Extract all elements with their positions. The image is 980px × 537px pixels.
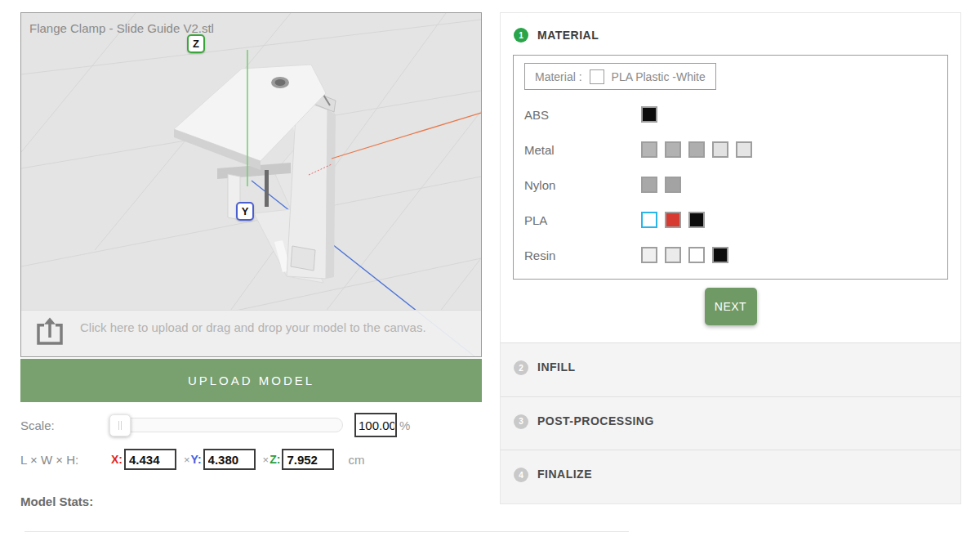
scale-row: Scale: % [20,413,482,437]
step-number-badge: 4 [514,468,528,482]
z-axis-badge[interactable]: Z [187,34,205,53]
selected-material-label: Material : [535,70,582,83]
y-axis-badge[interactable]: Y [236,202,254,221]
dim-y-prefix: × [184,454,190,466]
material-color-swatch[interactable] [712,247,728,263]
material-type-label: PLA [524,213,641,227]
material-type-label: Resin [524,248,641,262]
selected-material-box[interactable]: Material : PLA Plastic -White [524,63,716,90]
scale-percent-input[interactable] [354,413,397,437]
material-type-label: Nylon [524,178,641,192]
material-color-swatch[interactable] [665,212,681,228]
material-row: Resin [524,245,947,265]
step-label: FINALIZE [537,468,592,481]
scale-unit: % [399,418,410,432]
material-color-swatch[interactable] [665,247,681,263]
model-viewer-column: Flange Clamp - Slide Guide V2.stl Z Y Cl… [20,12,482,508]
bottom-divider [24,531,629,532]
step-number-badge: 3 [514,414,528,429]
dim-z-axis-label: Z: [270,453,280,466]
material-color-swatch[interactable] [688,212,705,228]
dimension-x-group: X: [110,449,176,470]
upload-hint-text: Click here to upload or drag and drop yo… [80,320,426,334]
upload-model-button[interactable]: UPLOAD MODEL [20,359,482,402]
material-color-swatch[interactable] [688,141,705,158]
step-label: POST-PROCESSING [537,414,654,427]
selected-material-swatch [590,69,604,84]
dimension-y-group: × Y: [184,449,256,470]
dimensions-unit: cm [348,453,364,467]
material-color-swatch[interactable] [641,177,657,193]
configuration-accordion: 1 MATERIAL Material : PLA Plastic -White… [500,12,961,504]
model-filename: Flange Clamp - Slide Guide V2.stl [29,21,214,35]
selected-material-name: PLA Plastic -White [612,70,706,83]
material-color-swatch[interactable] [641,212,657,228]
3d-canvas[interactable]: Flange Clamp - Slide Guide V2.stl Z Y Cl… [20,12,482,357]
material-options-box: Material : PLA Plastic -White ABSMetalNy… [513,55,948,280]
material-color-swatch[interactable] [641,247,657,263]
step-number-badge: 2 [514,360,528,375]
material-color-swatch[interactable] [665,141,681,158]
material-type-label: Metal [524,143,641,157]
step-section-infill[interactable]: 2INFILL [501,342,960,396]
upload-dropzone[interactable]: Click here to upload or drag and drop yo… [21,310,481,356]
scale-slider-track[interactable] [110,418,343,432]
material-type-label: ABS [524,108,641,122]
step-label: MATERIAL [537,29,599,42]
step-number-badge: 1 [514,28,528,43]
material-color-swatch[interactable] [641,106,657,123]
dimensions-label: L × W × H: [20,453,110,467]
dimension-z-input[interactable] [282,449,334,470]
material-color-swatch[interactable] [665,177,681,193]
material-color-swatch[interactable] [688,247,705,263]
dimensions-row: L × W × H: X: × Y: × Z: cm [20,449,482,470]
step-section-material[interactable]: 1 MATERIAL [501,13,960,43]
3d-scene-graphic [21,13,481,356]
upload-icon [33,315,67,352]
material-row: Metal [524,140,947,159]
scale-label: Scale: [20,418,110,432]
material-color-swatch[interactable] [736,141,752,158]
dimension-x-input[interactable] [124,449,176,470]
material-color-swatch[interactable] [712,141,728,158]
dim-y-axis-label: Y: [191,453,202,466]
material-row: ABS [524,105,947,124]
material-row: PLA [524,210,947,230]
material-row: Nylon [524,175,947,195]
material-rows: ABSMetalNylonPLAResin [524,105,947,265]
model-stats-heading: Model Stats: [20,494,482,508]
step-label: INFILL [537,360,576,374]
material-color-swatch[interactable] [641,141,657,158]
dim-z-prefix: × [263,454,270,466]
dim-x-axis-label: X: [111,453,122,466]
step-section-finalize[interactable]: 4FINALIZE [501,450,960,503]
dimension-y-input[interactable] [203,449,256,470]
scale-slider-handle[interactable] [109,414,131,436]
accordion-tail: 2INFILL3POST-PROCESSING4FINALIZE [501,342,960,503]
dimension-z-group: × Z: [263,449,335,470]
next-button[interactable]: NEXT [705,288,757,325]
step-section-post-processing[interactable]: 3POST-PROCESSING [501,396,960,450]
